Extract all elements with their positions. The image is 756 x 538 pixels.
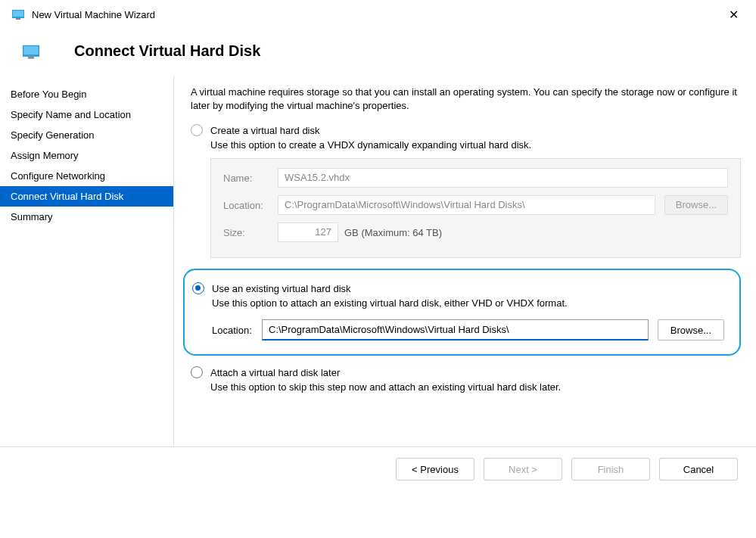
create-size-unit: GB (Maximum: 64 TB) xyxy=(344,227,442,238)
option-later-title: Attach a virtual hard disk later xyxy=(210,367,340,378)
window-title: New Virtual Machine Wizard xyxy=(32,9,718,20)
svg-rect-2 xyxy=(16,18,20,20)
titlebar: New Virtual Machine Wizard ✕ xyxy=(0,0,756,27)
next-button: Next > xyxy=(484,458,562,480)
intro-text: A virtual machine requires storage so th… xyxy=(191,86,741,112)
create-browse-button: Browse... xyxy=(664,195,728,215)
create-location-label: Location: xyxy=(223,200,278,211)
page-title: Connect Virtual Hard Disk xyxy=(74,42,260,60)
existing-location-input[interactable] xyxy=(262,319,649,341)
existing-form: Location: Browse... xyxy=(212,319,724,341)
radio-create[interactable] xyxy=(191,124,203,136)
existing-location-label: Location: xyxy=(212,325,262,336)
page-header: Connect Virtual Hard Disk xyxy=(0,27,756,76)
svg-rect-4 xyxy=(23,46,38,54)
wizard-body: Before You Begin Specify Name and Locati… xyxy=(0,76,756,447)
create-size-input: 127 xyxy=(278,222,338,242)
step-summary[interactable]: Summary xyxy=(0,207,173,227)
svg-rect-5 xyxy=(28,56,34,58)
step-specify-generation[interactable]: Specify Generation xyxy=(0,125,173,145)
hyperv-icon xyxy=(23,43,39,60)
step-before-you-begin[interactable]: Before You Begin xyxy=(0,84,173,104)
svg-rect-1 xyxy=(13,11,23,17)
option-create-title: Create a virtual hard disk xyxy=(210,125,320,136)
option-create: Create a virtual hard disk Use this opti… xyxy=(191,124,741,258)
close-icon[interactable]: ✕ xyxy=(718,8,748,22)
create-form: Name: WSA15.2.vhdx Location: C:\ProgramD… xyxy=(210,158,741,258)
create-name-input: WSA15.2.vhdx xyxy=(278,168,728,188)
option-existing-desc: Use this option to attach an existing vi… xyxy=(212,297,724,309)
step-specify-name-location[interactable]: Specify Name and Location xyxy=(0,104,173,125)
option-later-desc: Use this option to skip this step now an… xyxy=(210,381,741,393)
existing-browse-button[interactable]: Browse... xyxy=(658,319,724,341)
wizard-steps-sidebar: Before You Begin Specify Name and Locati… xyxy=(0,76,174,446)
step-configure-networking[interactable]: Configure Networking xyxy=(0,166,173,186)
highlight-existing: Use an existing virtual hard disk Use th… xyxy=(183,269,741,356)
radio-later[interactable] xyxy=(191,366,203,378)
radio-existing[interactable] xyxy=(192,282,204,294)
option-existing-title: Use an existing virtual hard disk xyxy=(212,283,351,294)
option-later: Attach a virtual hard disk later Use thi… xyxy=(191,366,741,393)
create-location-input: C:\ProgramData\Microsoft\Windows\Virtual… xyxy=(278,195,655,215)
cancel-button[interactable]: Cancel xyxy=(659,458,738,480)
create-name-label: Name: xyxy=(223,173,278,184)
step-connect-virtual-hard-disk[interactable]: Connect Virtual Hard Disk xyxy=(0,186,173,207)
previous-button[interactable]: < Previous xyxy=(396,458,474,480)
wizard-window: New Virtual Machine Wizard ✕ Connect Vir… xyxy=(0,0,756,538)
create-size-label: Size: xyxy=(223,227,278,238)
step-assign-memory[interactable]: Assign Memory xyxy=(0,145,173,166)
wizard-content: A virtual machine requires storage so th… xyxy=(174,76,756,446)
finish-button: Finish xyxy=(571,458,650,480)
option-create-desc: Use this option to create a VHDX dynamic… xyxy=(210,139,741,151)
hyperv-icon xyxy=(12,8,24,20)
wizard-footer: < Previous Next > Finish Cancel xyxy=(0,447,756,491)
